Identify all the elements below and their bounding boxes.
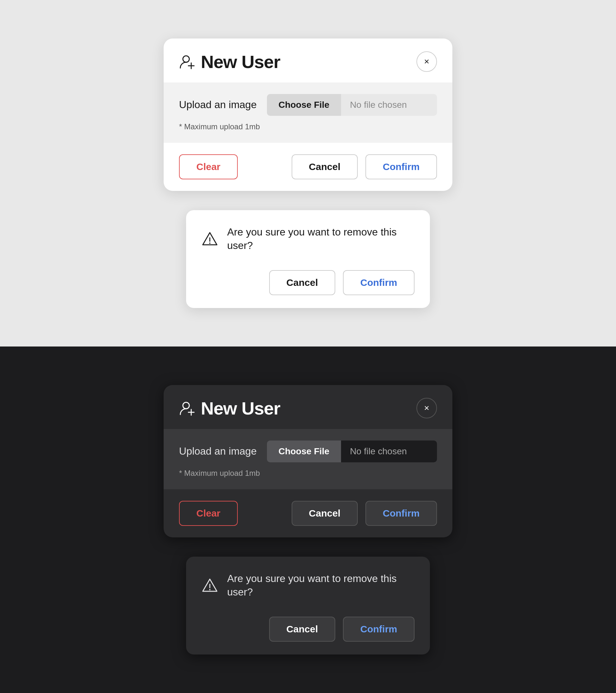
- cancel-button-dialog-dark[interactable]: Cancel: [269, 617, 335, 642]
- modal-footer-right-light: Cancel Confirm: [292, 154, 437, 179]
- confirm-dialog-dark: Are you sure you want to remove this use…: [186, 557, 430, 654]
- clear-button-light[interactable]: Clear: [179, 154, 238, 179]
- cancel-button-modal-light[interactable]: Cancel: [292, 154, 358, 179]
- dialog-footer-light: Cancel Confirm: [186, 264, 430, 308]
- warning-icon-dark: [201, 577, 218, 594]
- modal-body-dark: Upload an image Choose File No file chos…: [164, 429, 452, 489]
- dark-section: New User × Upload an image Choose File N…: [0, 346, 616, 693]
- confirm-dialog-top-light: Are you sure you want to remove this use…: [186, 210, 430, 264]
- modal-title-dark: New User: [201, 398, 280, 419]
- user-add-icon: [179, 53, 196, 70]
- dialog-message-dark: Are you sure you want to remove this use…: [227, 572, 415, 599]
- confirm-dialog-light: Are you sure you want to remove this use…: [186, 210, 430, 308]
- confirm-button-dialog-dark[interactable]: Confirm: [343, 617, 415, 642]
- modal-header-left-dark: New User: [179, 398, 280, 419]
- modal-body-light: Upload an image Choose File No file chos…: [164, 82, 452, 143]
- user-add-icon-dark: [179, 400, 196, 416]
- max-upload-note-dark: * Maximum upload 1mb: [179, 469, 437, 478]
- confirm-button-modal-light[interactable]: Confirm: [365, 154, 437, 179]
- modal-footer-right-dark: Cancel Confirm: [292, 501, 437, 526]
- modal-header-left: New User: [179, 51, 280, 72]
- modal-footer-light: Clear Cancel Confirm: [164, 143, 452, 191]
- no-file-label-dark: No file chosen: [341, 440, 437, 462]
- confirm-button-modal-dark[interactable]: Confirm: [365, 501, 437, 526]
- warning-icon-light: [201, 231, 218, 248]
- new-user-modal-dark: New User × Upload an image Choose File N…: [164, 385, 452, 537]
- svg-point-3: [183, 402, 189, 409]
- max-upload-note-light: * Maximum upload 1mb: [179, 122, 437, 131]
- clear-button-dark[interactable]: Clear: [179, 501, 238, 526]
- modal-footer-dark: Clear Cancel Confirm: [164, 489, 452, 537]
- modal-header-dark: New User ×: [164, 385, 452, 429]
- file-upload-row-light: Upload an image Choose File No file chos…: [179, 94, 437, 116]
- file-input-wrapper-light: Choose File No file chosen: [267, 94, 437, 116]
- new-user-modal-light: New User × Upload an image Choose File N…: [164, 39, 452, 191]
- close-button-light[interactable]: ×: [416, 51, 437, 72]
- file-input-wrapper-dark: Choose File No file chosen: [267, 440, 437, 462]
- cancel-button-modal-dark[interactable]: Cancel: [292, 501, 358, 526]
- svg-point-2: [209, 242, 211, 244]
- modal-header: New User ×: [164, 39, 452, 82]
- choose-file-button-dark[interactable]: Choose File: [267, 440, 341, 462]
- upload-label-light: Upload an image: [179, 99, 257, 111]
- dialog-footer-dark: Cancel Confirm: [186, 610, 430, 654]
- svg-point-5: [209, 589, 211, 590]
- cancel-button-dialog-light[interactable]: Cancel: [269, 270, 335, 295]
- choose-file-button-light[interactable]: Choose File: [267, 94, 341, 116]
- close-button-dark[interactable]: ×: [416, 398, 437, 418]
- svg-point-0: [183, 56, 189, 62]
- confirm-button-dialog-light[interactable]: Confirm: [343, 270, 415, 295]
- dialog-message-light: Are you sure you want to remove this use…: [227, 225, 415, 252]
- confirm-dialog-top-dark: Are you sure you want to remove this use…: [186, 557, 430, 610]
- no-file-label-light: No file chosen: [341, 94, 437, 116]
- modal-title-light: New User: [201, 51, 280, 72]
- upload-label-dark: Upload an image: [179, 445, 257, 457]
- file-upload-row-dark: Upload an image Choose File No file chos…: [179, 440, 437, 462]
- light-section: New User × Upload an image Choose File N…: [0, 0, 616, 346]
